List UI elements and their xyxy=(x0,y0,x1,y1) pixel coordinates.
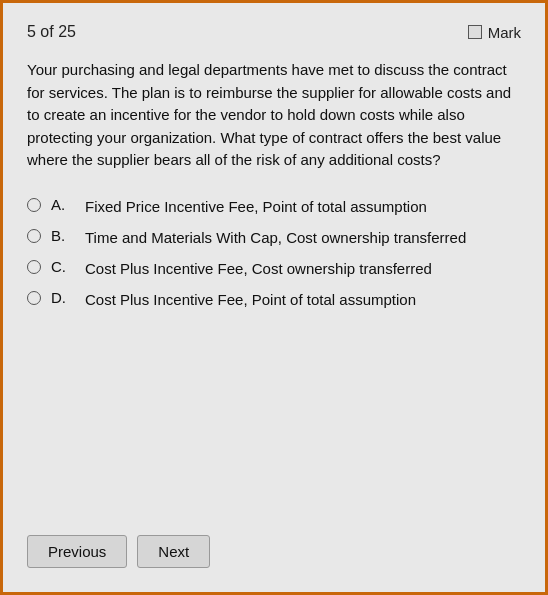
footer-row: Previous Next xyxy=(27,535,521,572)
header-row: 5 of 25 Mark xyxy=(27,23,521,41)
option-letter-b: B. xyxy=(51,227,75,244)
option-text-c: Cost Plus Incentive Fee, Cost ownership … xyxy=(85,258,432,279)
previous-button[interactable]: Previous xyxy=(27,535,127,568)
question-text: Your purchasing and legal departments ha… xyxy=(27,59,521,172)
option-letter-a: A. xyxy=(51,196,75,213)
next-button[interactable]: Next xyxy=(137,535,210,568)
option-item-d[interactable]: D. Cost Plus Incentive Fee, Point of tot… xyxy=(27,289,521,310)
radio-a[interactable] xyxy=(27,198,41,212)
option-text-a: Fixed Price Incentive Fee, Point of tota… xyxy=(85,196,427,217)
question-counter: 5 of 25 xyxy=(27,23,76,41)
mark-label: Mark xyxy=(488,24,521,41)
option-item-c[interactable]: C. Cost Plus Incentive Fee, Cost ownersh… xyxy=(27,258,521,279)
mark-container[interactable]: Mark xyxy=(468,24,521,41)
radio-b[interactable] xyxy=(27,229,41,243)
quiz-container: 5 of 25 Mark Your purchasing and legal d… xyxy=(0,0,548,595)
option-item-b[interactable]: B. Time and Materials With Cap, Cost own… xyxy=(27,227,521,248)
radio-c[interactable] xyxy=(27,260,41,274)
option-item-a[interactable]: A. Fixed Price Incentive Fee, Point of t… xyxy=(27,196,521,217)
radio-d[interactable] xyxy=(27,291,41,305)
option-text-d: Cost Plus Incentive Fee, Point of total … xyxy=(85,289,416,310)
mark-checkbox[interactable] xyxy=(468,25,482,39)
option-text-b: Time and Materials With Cap, Cost owners… xyxy=(85,227,466,248)
options-list: A. Fixed Price Incentive Fee, Point of t… xyxy=(27,196,521,320)
option-letter-c: C. xyxy=(51,258,75,275)
option-letter-d: D. xyxy=(51,289,75,306)
